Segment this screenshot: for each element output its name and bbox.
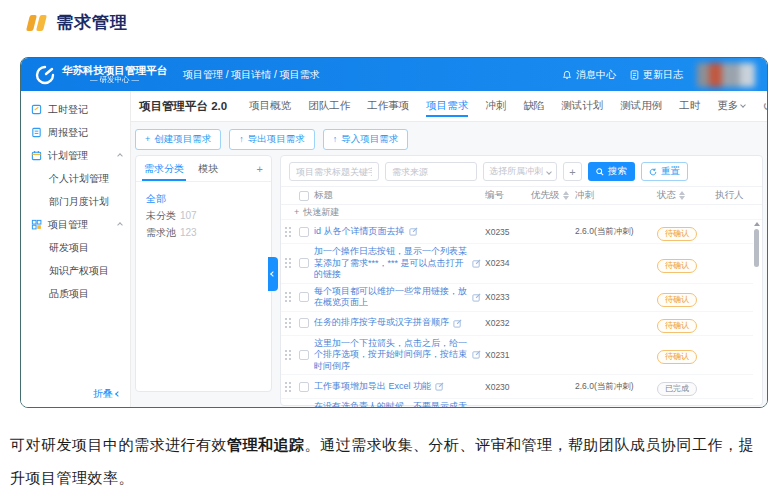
requirement-code: X0232: [485, 318, 531, 328]
chevron-down-icon: [740, 102, 746, 108]
edit-icon[interactable]: [453, 319, 462, 328]
row-checkbox[interactable]: [299, 292, 309, 302]
sidebar-item-label: 周报登记: [48, 126, 88, 140]
requirement-title-link[interactable]: 加一个操作日志按钮，显示一个列表某某添加了需求***，*** 是可以点击打开的链…: [314, 246, 468, 281]
drag-handle-icon[interactable]: [284, 226, 292, 238]
sidebar-collapse-button[interactable]: 折叠: [93, 387, 120, 401]
status-badge: 待确认: [657, 319, 697, 333]
drag-handle-icon[interactable]: [284, 317, 292, 329]
document-icon: [630, 70, 639, 80]
column-sprint: 冲刺: [575, 189, 657, 202]
requirement-title-link[interactable]: 工作事项增加导出 Excel 功能: [314, 381, 431, 393]
sidebar-item-rnd-project[interactable]: 研发项目: [21, 236, 130, 259]
row-checkbox[interactable]: [299, 318, 309, 328]
tab-test-cases[interactable]: 测试用例: [620, 91, 662, 121]
app-frame: 华苏科技项目管理平台 — 研发中心 — 项目管理 / 项目详情 / 项目需求 消…: [20, 57, 768, 408]
requirement-sprint: 2.6.0(当前冲刺): [575, 381, 657, 393]
edit-icon[interactable]: [472, 259, 481, 268]
undo-button[interactable]: ↺: [762, 99, 768, 113]
search-icon: [596, 168, 604, 176]
logo-icon: [35, 65, 55, 85]
drag-handle-icon[interactable]: [284, 291, 292, 303]
requirement-title-link[interactable]: id 从各个详情页面去掉: [314, 226, 405, 238]
requirement-title-link[interactable]: 每个项目都可以维护一些常用链接，放在概览页面上: [314, 286, 468, 309]
sidebar-item-ip-project[interactable]: 知识产权项目: [21, 259, 130, 282]
tab-sprint[interactable]: 冲刺: [485, 91, 506, 121]
actions-row: + 创建项目需求 ↑ 导出项目需求 ↑ 导入项目需求: [131, 122, 767, 155]
calendar-icon: [31, 150, 42, 161]
select-all-checkbox[interactable]: [299, 191, 309, 201]
tab-project-overview[interactable]: 项目概览: [249, 91, 291, 121]
sidebar-item-quality-project[interactable]: 品质项目: [21, 282, 130, 305]
drag-handle-icon[interactable]: [284, 257, 292, 269]
changelog-button[interactable]: 更新日志: [630, 68, 683, 82]
row-checkbox[interactable]: [299, 408, 309, 409]
sidebar-item-weekly-report[interactable]: 周报登记: [21, 121, 130, 144]
add-filter-button[interactable]: +: [563, 162, 582, 181]
main-area: 项目管理平台 2.0 项目概览 团队工作 工作事项 项目需求 冲刺 缺陷 测试计…: [131, 91, 767, 408]
requirement-code: X0233: [485, 292, 531, 302]
sidebar-item-label: 工时登记: [48, 103, 88, 117]
drag-handle-icon[interactable]: [284, 349, 292, 361]
category-tree-panel: 需求分类 模块 + 全部 未分类107 需求池123: [135, 155, 272, 392]
tree-item-all[interactable]: 全部: [146, 190, 261, 207]
sidebar-item-label: 计划管理: [48, 149, 88, 163]
sort-icon[interactable]: [679, 191, 685, 200]
drag-handle-icon[interactable]: [284, 381, 292, 393]
tab-team-work[interactable]: 团队工作: [308, 91, 350, 121]
sidebar-item-plan-management[interactable]: 计划管理: [21, 144, 130, 167]
tab-project-requirements[interactable]: 项目需求: [426, 91, 468, 121]
edit-icon[interactable]: [435, 382, 444, 391]
filter-row: 选择所属冲刺 + 搜索 重置: [281, 156, 762, 186]
tree-items: 全部 未分类107 需求池123: [136, 182, 271, 249]
search-button[interactable]: 搜索: [588, 162, 635, 181]
scroll-up-icon[interactable]: [754, 222, 760, 226]
edit-icon[interactable]: [472, 293, 481, 302]
tab-work-items[interactable]: 工作事项: [367, 91, 409, 121]
sidebar-item-dept-monthly-plan[interactable]: 部门月度计划: [21, 190, 130, 213]
tab-more[interactable]: 更多: [717, 91, 745, 121]
sprint-select[interactable]: 选择所属冲刺: [483, 162, 557, 181]
table-row: 加一个操作日志按钮，显示一个列表某某添加了需求***，*** 是可以点击打开的链…: [281, 244, 753, 284]
sort-icon[interactable]: [563, 191, 569, 200]
keyword-search-input[interactable]: [289, 162, 379, 181]
tree-item-uncategorized[interactable]: 未分类107: [146, 207, 261, 224]
tree-item-requirement-pool[interactable]: 需求池123: [146, 224, 261, 241]
tab-module[interactable]: 模块: [198, 156, 218, 181]
create-requirement-button[interactable]: + 创建项目需求: [135, 129, 221, 150]
tab-defects[interactable]: 缺陷: [523, 91, 544, 121]
row-checkbox[interactable]: [299, 350, 309, 360]
source-search-input[interactable]: [385, 162, 477, 181]
message-center-button[interactable]: 消息中心: [562, 68, 616, 82]
row-checkbox[interactable]: [299, 258, 309, 268]
user-avatar[interactable]: [697, 63, 755, 87]
quick-create-button[interactable]: + 快速新建: [281, 205, 762, 220]
export-requirement-button[interactable]: ↑ 导出项目需求: [229, 129, 315, 150]
requirement-title-link[interactable]: 任务的排序按字母或汉字拼音顺序: [314, 317, 449, 329]
reset-button[interactable]: 重置: [641, 162, 688, 181]
button-label: 创建项目需求: [154, 133, 211, 146]
tab-worktime[interactable]: 工时: [679, 91, 700, 121]
edit-icon[interactable]: [472, 350, 481, 359]
add-category-button[interactable]: +: [257, 163, 263, 175]
drag-handle-icon[interactable]: [284, 407, 292, 409]
requirement-title-link[interactable]: 在没有选负责人的时候，不要显示成无负责人。: [314, 401, 468, 408]
requirement-title-link[interactable]: 这里加一个下拉箭头，点击之后，给一个排序选项，按开始时间倒序，按结束时间倒序: [314, 338, 468, 373]
import-requirement-button[interactable]: ↑ 导入项目需求: [323, 129, 409, 150]
sidebar-item-project-management[interactable]: 项目管理: [21, 213, 130, 236]
collapse-chevron-icon[interactable]: [117, 222, 123, 228]
panel-collapse-handle[interactable]: [268, 257, 278, 291]
row-checkbox[interactable]: [299, 227, 309, 237]
breadcrumb[interactable]: 项目管理 / 项目详情 / 项目需求: [183, 68, 320, 82]
edit-icon[interactable]: [409, 227, 418, 236]
description-prefix: 可对研发项目中的需求进行有效: [10, 436, 227, 453]
scrollbar-thumb[interactable]: [754, 229, 759, 267]
tab-test-plan[interactable]: 测试计划: [561, 91, 603, 121]
collapse-chevron-icon[interactable]: [117, 153, 123, 159]
sidebar-item-personal-plan[interactable]: 个人计划管理: [21, 167, 130, 190]
reset-label: 重置: [661, 165, 680, 178]
row-checkbox[interactable]: [299, 382, 309, 392]
vertical-scrollbar[interactable]: [753, 220, 761, 408]
tab-requirement-category[interactable]: 需求分类: [144, 156, 184, 181]
sidebar-item-timesheet[interactable]: 工时登记: [21, 98, 130, 121]
